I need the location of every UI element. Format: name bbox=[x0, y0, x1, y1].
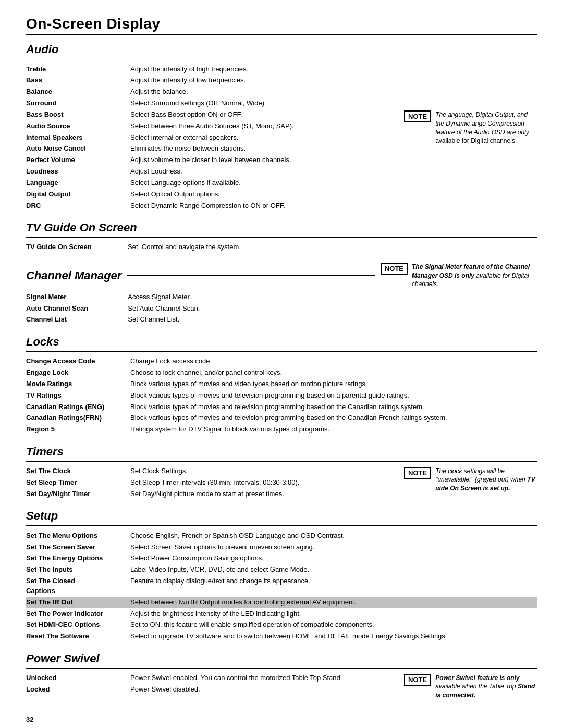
desc-cell: Adjust the intensity of high frequencies… bbox=[130, 64, 399, 75]
timers-title: Timers bbox=[26, 445, 537, 459]
table-row: Unlocked Power Swivel enabled. You can c… bbox=[26, 673, 399, 684]
table-row: Canadian Ratings(FRN) Block various type… bbox=[26, 413, 537, 424]
power-swivel-note: NOTE Power Swivel feature is only availa… bbox=[404, 674, 537, 700]
channel-manager-note-inline: NOTE The Signal Meter feature of the Cha… bbox=[381, 263, 537, 289]
desc-cell: Adjust the balance. bbox=[130, 87, 399, 98]
locks-section: Locks Change Access Code Change Lock acc… bbox=[26, 335, 537, 436]
table-row: Digital OutputSelect Optical Output opti… bbox=[26, 189, 399, 200]
audio-note-container: NOTE The anguage, Digital Output, and th… bbox=[404, 64, 537, 212]
desc-cell: Set Clock Settings. bbox=[130, 466, 399, 477]
term-cell: Set The Menu Options bbox=[26, 530, 130, 541]
desc-cell: Power Swivel disabled. bbox=[130, 684, 399, 695]
power-swivel-note-label: NOTE bbox=[404, 674, 431, 686]
desc-cell: Block various types of movies and televi… bbox=[130, 390, 537, 401]
table-row: Set The Screen Saver Select Screen Saver… bbox=[26, 541, 537, 553]
channel-manager-note-text: The Signal Meter feature of the Channel … bbox=[412, 263, 537, 289]
power-swivel-note-text: Power Swivel feature is only available w… bbox=[435, 674, 537, 700]
table-row: Set The Inputs Label Video Inputs, VCR, … bbox=[26, 564, 537, 576]
audio-content: TrebleAdjust the intensity of high frequ… bbox=[26, 64, 399, 212]
desc-cell: Choose English, French or Spanish OSD La… bbox=[130, 530, 537, 541]
term-cell: Set Day/Night Timer bbox=[26, 488, 130, 500]
audio-divider bbox=[26, 59, 537, 59]
table-row: Locked Power Swivel disabled. bbox=[26, 684, 399, 695]
table-row: Engage Lock Choose to lock channel, and/… bbox=[26, 367, 537, 379]
term-cell: Set The Power Indicator bbox=[26, 608, 130, 620]
table-row: Set The Menu Options Choose English, Fre… bbox=[26, 530, 537, 541]
desc-cell: Select Power Consumption Savings options… bbox=[130, 553, 537, 564]
desc-cell: Eliminates the noise between stations. bbox=[130, 143, 399, 155]
term-cell: Set The Inputs bbox=[26, 564, 130, 576]
table-row: Movie Ratings Block various types of mov… bbox=[26, 378, 537, 390]
term-cell: Set The IR Out bbox=[26, 597, 130, 608]
term-cell: Unlocked bbox=[26, 673, 130, 684]
term-cell: Region 5 bbox=[26, 424, 130, 436]
desc-cell: Adjust volume to be closer in level betw… bbox=[130, 155, 399, 166]
term-cell: DRC bbox=[26, 200, 130, 212]
term-cell: Engage Lock bbox=[26, 367, 130, 379]
table-row: BassAdjust the intensity of low frequenc… bbox=[26, 75, 399, 87]
desc-cell: Change Lock access code. bbox=[130, 356, 537, 367]
term-cell: Set The Energy Options bbox=[26, 553, 130, 564]
term-cell: TV Ratings bbox=[26, 390, 130, 401]
audio-note-label: NOTE bbox=[404, 110, 431, 122]
desc-cell: Select between three Audio Sources (ST, … bbox=[130, 120, 399, 132]
page-number: 32 bbox=[26, 715, 537, 723]
page-title: On-Screen Display bbox=[26, 16, 537, 32]
term-cell: Treble bbox=[26, 64, 130, 75]
setup-divider bbox=[26, 525, 537, 526]
setup-title: Setup bbox=[26, 509, 537, 523]
table-row: Bass BoostSelect Bass Boost option ON or… bbox=[26, 109, 399, 120]
timers-content: Set The Clock Set Clock Settings. Set Sl… bbox=[26, 466, 399, 500]
audio-section-title: Audio bbox=[26, 43, 537, 56]
table-row: Auto Noise CancelEliminates the noise be… bbox=[26, 143, 399, 155]
desc-cell: Select internal or external speakers. bbox=[130, 132, 399, 143]
desc-cell: Set Channel List. bbox=[128, 314, 411, 326]
term-cell: Balance bbox=[26, 87, 130, 98]
term-cell: Bass Boost bbox=[26, 109, 130, 120]
desc-cell: Block various types of movies and televi… bbox=[130, 401, 537, 413]
table-row: TV Guide On Screen Set, Control and navi… bbox=[26, 242, 537, 253]
term-cell: Auto Noise Cancel bbox=[26, 143, 130, 155]
table-row: Canadian Ratings (ENG) Block various typ… bbox=[26, 401, 537, 413]
timers-note-label: NOTE bbox=[404, 467, 431, 479]
table-row: TrebleAdjust the intensity of high frequ… bbox=[26, 64, 399, 75]
term-cell: Set The Screen Saver bbox=[26, 541, 130, 553]
term-cell: Set The Clock bbox=[26, 466, 130, 477]
term-cell: Surround bbox=[26, 98, 130, 109]
desc-cell: Ratings system for DTV Signal to block v… bbox=[130, 424, 537, 436]
table-row: Set The Energy Options Select Power Cons… bbox=[26, 553, 537, 564]
desc-cell: Adjust the brightness intensity of the L… bbox=[130, 608, 537, 620]
audio-note: NOTE The anguage, Digital Output, and th… bbox=[404, 110, 537, 145]
table-row: Auto Channel Scan Set Auto Channel Scan. bbox=[26, 303, 537, 314]
desc-cell: Adjust Loudness. bbox=[130, 166, 399, 178]
timers-table: Set The Clock Set Clock Settings. Set Sl… bbox=[26, 466, 399, 500]
term-cell: Locked bbox=[26, 684, 130, 695]
table-row: Perfect VolumeAdjust volume to be closer… bbox=[26, 155, 399, 166]
power-swivel-note-container: NOTE Power Swivel feature is only availa… bbox=[404, 673, 537, 700]
table-row: Set The Power Indicator Adjust the brigh… bbox=[26, 608, 537, 620]
desc-cell: Set, Control and navigate the system bbox=[128, 242, 411, 253]
power-swivel-divider bbox=[26, 668, 537, 669]
desc-cell: Feature to display dialogue/text and cha… bbox=[130, 576, 537, 597]
title-divider bbox=[26, 34, 537, 35]
desc-cell: Select Bass Boost option ON or OFF. bbox=[130, 109, 399, 120]
term-cell: Change Access Code bbox=[26, 356, 130, 367]
desc-cell: Select between two IR Output modes for c… bbox=[130, 597, 537, 608]
term-cell: Set HDMI-CEC Options bbox=[26, 620, 130, 631]
desc-cell: Select to upgrade TV software and to swi… bbox=[130, 631, 537, 643]
setup-table: Set The Menu Options Choose English, Fre… bbox=[26, 530, 537, 642]
table-row: Audio SourceSelect between three Audio S… bbox=[26, 120, 399, 132]
term-cell: Auto Channel Scan bbox=[26, 303, 128, 314]
channel-manager-section: Channel Manager NOTE The Signal Meter fe… bbox=[26, 263, 537, 326]
term-cell: Perfect Volume bbox=[26, 155, 130, 166]
power-swivel-title: Power Swivel bbox=[26, 652, 537, 665]
term-cell: Movie Ratings bbox=[26, 378, 130, 390]
term-cell: Channel List bbox=[26, 314, 128, 326]
table-row: Set Sleep Timer Set Sleep Timer interval… bbox=[26, 477, 399, 488]
term-cell: Signal Meter bbox=[26, 291, 128, 303]
table-row: Set Day/Night Timer Set Day/Night pictur… bbox=[26, 488, 399, 500]
audio-section: Audio TrebleAdjust the intensity of high… bbox=[26, 43, 537, 212]
power-swivel-table: Unlocked Power Swivel enabled. You can c… bbox=[26, 673, 399, 696]
term-cell: TV Guide On Screen bbox=[26, 242, 128, 253]
desc-cell: Set Sleep Timer intervals (30 min. inter… bbox=[130, 477, 399, 488]
